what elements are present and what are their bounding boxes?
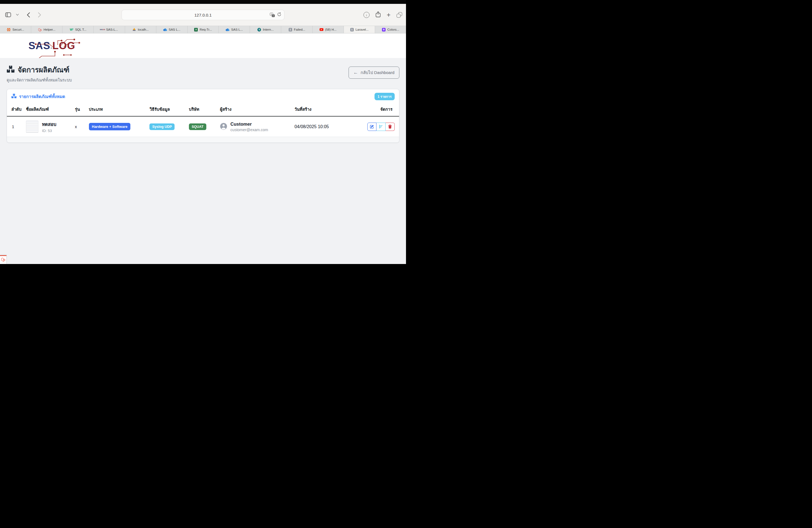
saslog-favicon-icon: SASLOG — [101, 28, 104, 31]
col-type: ประเภท — [87, 103, 147, 116]
table-row: 1 ทดสอบ ID: 53 x Hardware + Softw — [7, 116, 399, 137]
tab-saslog[interactable]: SASLOG SAS-L... — [93, 26, 125, 33]
edit-button[interactable] — [367, 122, 376, 131]
main-content: จัดการผลิตภัณฑ์ ดูและจัดการผลิตภัณฑ์ทั้ง… — [0, 58, 406, 264]
tab-sas-cloud-2[interactable]: SAS L... — [219, 26, 250, 33]
new-tab-icon[interactable]: + — [387, 11, 391, 19]
product-model: x — [73, 116, 87, 137]
tab-failed[interactable]: 1 Failed... — [281, 26, 313, 33]
downloads-icon[interactable]: ↓ — [363, 12, 369, 18]
created-at: 04/08/2025 10:05 — [294, 124, 329, 129]
col-data-method: วิธีรับข้อมูล — [147, 103, 186, 116]
logo-dash: - — [50, 46, 52, 50]
row-index: 1 — [7, 116, 24, 137]
col-creator: ผู้สร้าง — [218, 103, 292, 116]
tab-intern[interactable]: S Intern... — [250, 26, 281, 33]
boxes-icon — [6, 65, 15, 74]
url-text: 127.0.0.1 — [194, 13, 212, 17]
company-badge: SQUAT — [189, 123, 206, 130]
delete-button[interactable] — [386, 122, 395, 131]
phpmyadmin-icon: PMA — [132, 28, 136, 31]
tab-sql[interactable]: W³ SQL T... — [62, 26, 93, 33]
forward-icon[interactable] — [35, 11, 44, 19]
sharepoint-icon: S — [257, 28, 261, 31]
product-thumbnail[interactable] — [26, 120, 39, 133]
firewall-icon — [7, 28, 11, 31]
tab-sas-cloud-1[interactable]: SAS L... — [156, 26, 188, 33]
back-icon[interactable] — [24, 11, 33, 19]
product-name: ทดสอบ — [42, 121, 56, 128]
back-to-dashboard-button[interactable]: ← กลับไป Dashboard — [349, 67, 400, 79]
logo-text-log: LOG — [52, 41, 75, 51]
creator-email: customer@exam.com — [230, 128, 268, 132]
menu-bar — [0, 0, 406, 4]
site-header: SAS-LOG — [0, 33, 406, 58]
products-card: รายการผลิตภัณฑ์ทั้งหมด 1 รายการ ลำดับ ชื… — [6, 89, 400, 143]
excel-icon: X — [194, 28, 198, 31]
reload-icon[interactable] — [277, 12, 281, 18]
col-actions: จัดการ — [365, 103, 399, 116]
card-title-text: รายการผลิตภัณฑ์ทั้งหมด — [19, 93, 65, 100]
translate-icon[interactable]: A x — [270, 13, 275, 17]
table-header-row: ลำดับ ชื่อผลิตภัณฑ์ รุ่น ประเภท วิธีรับข… — [7, 103, 399, 116]
address-bar[interactable]: 127.0.0.1 A x — [121, 10, 285, 20]
laravel-icon — [38, 28, 42, 31]
sidebar-chevron-icon[interactable] — [13, 11, 21, 19]
browser-window: 127.0.0.1 A x ↓ + Securi... — [0, 0, 406, 264]
card-header: รายการผลิตภัณฑ์ทั้งหมด 1 รายการ — [7, 89, 399, 103]
avatar-icon — [220, 122, 227, 131]
youtube-icon — [320, 28, 323, 31]
data-method-badge: Syslog UDP — [149, 123, 175, 130]
cloud-icon — [226, 28, 230, 31]
col-name: ชื่อผลิตภัณฑ์ — [24, 103, 73, 116]
saslog-logo[interactable]: SAS-LOG — [28, 41, 75, 51]
page-subtitle: ดูและจัดการผลิตภัณฑ์ทั้งหมดในระบบ — [6, 77, 72, 83]
type-badge: Hardware + Software — [89, 123, 131, 130]
tab-colors[interactable]: B Colors... — [375, 26, 406, 33]
col-model: รุ่น — [73, 103, 87, 116]
chart-button[interactable] — [376, 122, 386, 131]
bootstrap-icon: B — [382, 28, 386, 31]
col-index: ลำดับ — [7, 103, 24, 116]
laravel-debugbar-toggle[interactable] — [0, 255, 6, 264]
sidebar-toggle-icon[interactable] — [4, 11, 12, 19]
left-arrow-icon: ← — [353, 70, 358, 75]
creator-name: Customer — [230, 121, 268, 127]
tab-laravel-active[interactable]: 1 Laravel... — [344, 26, 375, 33]
logo-text-sas: SAS — [28, 41, 50, 51]
tab-helper[interactable]: Helper... — [31, 26, 62, 33]
col-company: บริษัท — [187, 103, 218, 116]
w3schools-icon: W³ — [70, 28, 73, 31]
browser-toolbar: 127.0.0.1 A x ↓ + — [0, 4, 406, 26]
products-table: ลำดับ ชื่อผลิตภัณฑ์ รุ่น ประเภท วิธีรับข… — [7, 103, 399, 137]
count-badge: 1 รายการ — [375, 93, 395, 100]
tab-strip: Securi... Helper... W³ SQL T... SASLOG S… — [0, 26, 406, 33]
laravel-icon — [1, 258, 5, 263]
numbered-1-icon: 1 — [350, 28, 354, 31]
boxes-icon-blue — [11, 93, 17, 100]
tab-security[interactable]: Securi... — [0, 26, 31, 33]
numbered-1-icon: 1 — [289, 28, 292, 31]
card-footer — [7, 137, 399, 143]
share-icon[interactable] — [376, 11, 381, 18]
cloud-icon — [163, 28, 167, 31]
tab-localhost[interactable]: PMA localh... — [125, 26, 156, 33]
page-title: จัดการผลิตภัณฑ์ — [18, 64, 69, 75]
tab-youtube[interactable]: (58) H... — [313, 26, 344, 33]
tab-req-tr[interactable]: X Req-Tr... — [188, 26, 219, 33]
product-id: ID: 53 — [42, 129, 56, 133]
tab-overview-icon[interactable] — [396, 12, 402, 18]
page-header: จัดการผลิตภัณฑ์ ดูและจัดการผลิตภัณฑ์ทั้ง… — [6, 64, 400, 83]
col-created-at: วันที่สร้าง — [292, 103, 365, 116]
